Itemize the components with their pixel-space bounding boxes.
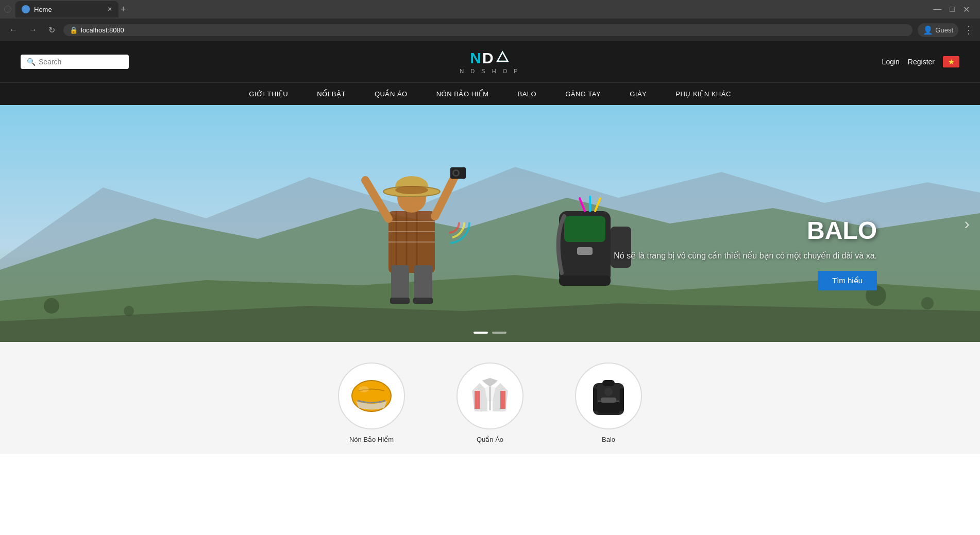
svg-rect-36 [559, 275, 611, 286]
category-circle-backpack [575, 363, 642, 429]
url-display: localhost:8080 [81, 26, 124, 34]
nav-item-phu-kien-khac[interactable]: PHỤ KIỆN KHÁC [661, 83, 746, 105]
slider-dot-2[interactable] [492, 332, 506, 334]
hero-slider: BALO Nó sẽ là trang bị vô cùng cần thiết… [0, 105, 980, 342]
svg-rect-27 [414, 265, 432, 301]
category-circle-jacket [457, 363, 523, 429]
nav-item-quan-ao[interactable]: QUẦN ÁO [360, 83, 422, 105]
website-content: 🔍 N D N D S H O P Login Register [0, 41, 980, 454]
search-icon: 🔍 [27, 58, 36, 66]
category-item-jacket[interactable]: Quần Áo [457, 363, 523, 443]
slider-next-arrow[interactable]: › [964, 214, 970, 233]
nav-item-non-bao-hiem[interactable]: NÓN BẢO HIỂM [422, 83, 503, 105]
flag-star-icon: ★ [948, 58, 955, 66]
logo-d: D [482, 49, 494, 67]
svg-rect-29 [413, 298, 433, 304]
nav-item-gioi-thieu[interactable]: GIỚI THIỆU [234, 83, 302, 105]
nav-item-giay[interactable]: GIÀY [615, 83, 661, 105]
svg-point-6 [124, 306, 134, 316]
hero-cta-button[interactable]: Tìm hiểu [818, 271, 877, 290]
language-flag[interactable]: ★ [943, 56, 959, 67]
window-close-btn[interactable]: ✕ [963, 5, 970, 14]
new-tab-button[interactable]: + [121, 4, 126, 15]
login-button[interactable]: Login [882, 58, 900, 66]
svg-rect-44 [475, 391, 480, 409]
slider-dot-1[interactable] [474, 332, 488, 334]
svg-point-40 [438, 212, 459, 233]
svg-rect-53 [601, 398, 616, 403]
hero-title: BALO [614, 216, 877, 245]
site-nav: GIỚI THIỆU NỔI BẬT QUẦN ÁO NÓN BẢO HIỂM … [0, 82, 980, 105]
tab-favicon [22, 5, 30, 13]
slider-dots [474, 332, 506, 334]
svg-line-21 [365, 180, 388, 219]
user-label: Guest [935, 26, 953, 34]
svg-line-33 [580, 198, 585, 211]
refresh-button[interactable]: ↻ [45, 23, 58, 37]
svg-rect-31 [564, 216, 605, 242]
logo-mark: N D [470, 49, 510, 67]
svg-rect-49 [597, 401, 620, 413]
svg-point-8 [921, 297, 934, 309]
header-actions: Login Register ★ [882, 56, 959, 67]
logo-text: N D S H O P [460, 68, 520, 74]
logo-n: N [470, 49, 481, 67]
browser-tab-bar: Home ✕ + — □ ✕ [0, 0, 980, 19]
category-label-jacket: Quần Áo [477, 436, 503, 443]
svg-point-54 [604, 388, 613, 396]
hero-text-area: BALO Nó sẽ là trang bị vô cùng cần thiết… [614, 216, 877, 290]
logo-area: N D N D S H O P [460, 49, 520, 74]
hero-subtitle: Nó sẽ là trang bị vô cùng cần thiết nếu … [614, 251, 877, 261]
forward-button[interactable]: → [26, 23, 40, 37]
svg-point-43 [359, 386, 369, 392]
search-input[interactable] [39, 58, 123, 66]
nav-item-balo[interactable]: BALO [503, 83, 551, 105]
window-minimize-btn[interactable]: — [933, 5, 941, 14]
site-header: 🔍 N D N D S H O P Login Register [0, 41, 980, 82]
svg-rect-28 [390, 298, 410, 304]
nav-item-gang-tay[interactable]: GĂNG TAY [551, 83, 615, 105]
browser-tab-home[interactable]: Home ✕ [15, 1, 119, 18]
browser-settings-icon[interactable]: ⋮ [964, 24, 974, 36]
svg-line-35 [595, 198, 600, 211]
category-label-helmet: Nón Bảo Hiểm [349, 436, 394, 443]
svg-rect-26 [391, 265, 409, 301]
category-circle-helmet [338, 363, 405, 429]
category-label-backpack: Balo [602, 436, 615, 443]
search-box[interactable]: 🔍 [21, 55, 129, 69]
tab-title: Home [34, 6, 52, 13]
nav-item-noi-bat[interactable]: NỔI BẬT [302, 83, 360, 105]
window-maximize-btn[interactable]: □ [950, 5, 955, 14]
logo-icon [496, 50, 510, 67]
back-button[interactable]: ← [6, 23, 21, 37]
svg-rect-48 [602, 380, 615, 386]
svg-rect-45 [500, 391, 505, 409]
svg-rect-37 [577, 247, 593, 255]
svg-point-5 [44, 298, 59, 314]
decorative-rings [423, 197, 475, 250]
browser-navbar: ← → ↻ 🔒 localhost:8080 👤 Guest ⋮ [0, 19, 980, 41]
user-menu[interactable]: 👤 Guest [918, 23, 958, 37]
svg-rect-52 [620, 388, 624, 411]
svg-point-25 [454, 171, 458, 175]
browser-chrome: Home ✕ + — □ ✕ ← → ↻ 🔒 localhost:8080 👤 … [0, 0, 980, 41]
category-item-backpack[interactable]: Balo [575, 363, 642, 443]
window-minimize[interactable] [4, 6, 11, 13]
svg-point-20 [395, 186, 428, 194]
category-item-helmet[interactable]: Nón Bảo Hiểm [338, 363, 405, 443]
address-bar[interactable]: 🔒 localhost:8080 [63, 24, 913, 36]
svg-rect-51 [593, 388, 597, 411]
register-button[interactable]: Register [908, 58, 935, 66]
category-section: Nón Bảo Hiểm Quần Áo [0, 342, 980, 454]
tab-close-button[interactable]: ✕ [107, 6, 112, 13]
